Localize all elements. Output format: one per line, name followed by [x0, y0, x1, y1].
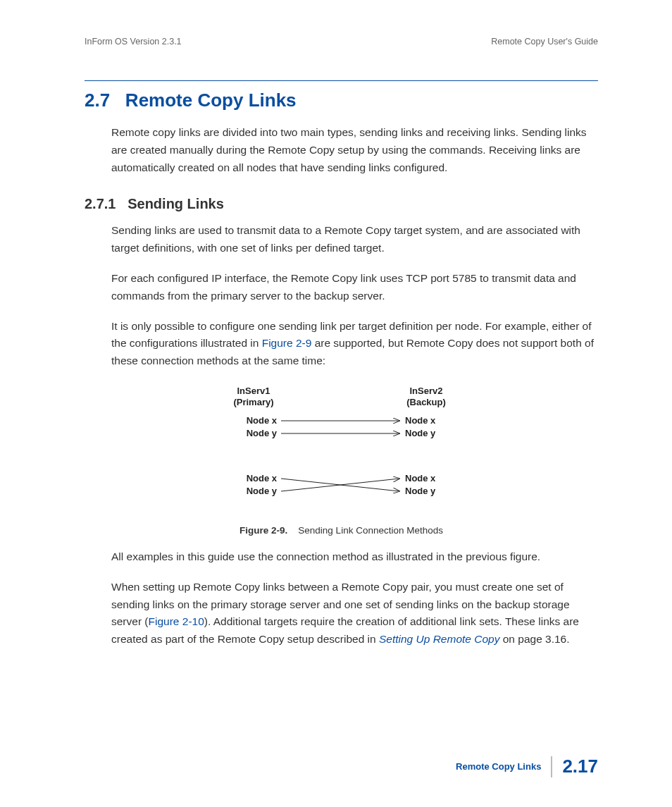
diagram-top-right-nodey: Node y [405, 428, 436, 438]
diagram-right-title1: InServ2 [409, 386, 442, 396]
diagram-bot-left-nodey: Node y [246, 486, 277, 496]
xref-setting-up-remote-copy[interactable]: Setting Up Remote Copy [379, 633, 499, 645]
diagram-bot-right-nodey: Node y [405, 486, 436, 496]
section-rule [85, 80, 598, 81]
section-heading: 2.7 Remote Copy Links [85, 90, 598, 111]
diagram-bot-right-nodex: Node x [405, 473, 436, 483]
diagram-top-right-nodex: Node x [405, 415, 436, 426]
footer-section-label: Remote Copy Links [456, 756, 552, 777]
figure-label: Figure 2-9. [239, 525, 287, 536]
diagram-left-title2: (Primary) [233, 397, 273, 407]
paragraph-5: When setting up Remote Copy links betwee… [111, 579, 598, 648]
diagram-top-left-nodex: Node x [246, 415, 277, 426]
subsection-number: 2.7.1 [85, 196, 116, 211]
figure-ref-2-10[interactable]: Figure 2-10 [149, 615, 204, 627]
header-left: InForm OS Version 2.3.1 [85, 37, 182, 47]
paragraph-1: Sending links are used to transmit data … [111, 222, 598, 257]
paragraph-4: All examples in this guide use the conne… [111, 548, 598, 566]
diagram-bot-left-nodex: Node x [246, 473, 277, 483]
page-header: InForm OS Version 2.3.1 Remote Copy User… [85, 37, 598, 47]
figure-text: Sending Link Connection Methods [298, 525, 443, 536]
diagram-top-left-nodey: Node y [246, 428, 277, 438]
header-right: Remote Copy User's Guide [491, 37, 598, 47]
figure-ref-2-9[interactable]: Figure 2-9 [262, 337, 312, 349]
page-footer: Remote Copy Links 2.17 [456, 756, 598, 777]
figure-caption: Figure 2-9. Sending Link Connection Meth… [85, 525, 598, 536]
paragraph-3: It is only possible to configure one sen… [111, 318, 598, 370]
paragraph-2: For each configured IP interface, the Re… [111, 270, 598, 305]
subsection-heading: 2.7.1 Sending Links [85, 196, 598, 212]
intro-paragraph: Remote copy links are divided into two m… [111, 124, 598, 176]
diagram-svg: InServ1 (Primary) InServ2 (Backup) Node … [201, 383, 483, 517]
section-title: Remote Copy Links [125, 90, 297, 111]
section-number: 2.7 [85, 90, 110, 111]
p5-post: on page 3.16. [499, 633, 569, 645]
diagram: InServ1 (Primary) InServ2 (Backup) Node … [85, 383, 598, 519]
subsection-title: Sending Links [127, 196, 224, 211]
diagram-left-title1: InServ1 [237, 386, 270, 396]
footer-page-number: 2.17 [552, 756, 598, 777]
diagram-right-title2: (Backup) [406, 397, 446, 407]
